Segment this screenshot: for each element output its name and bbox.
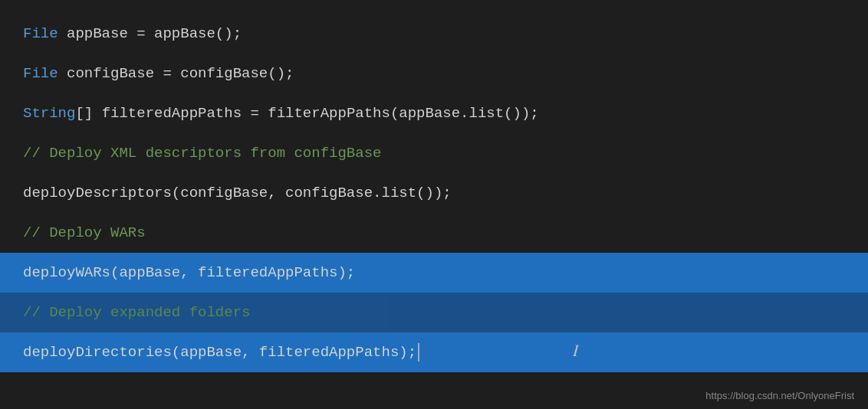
comment-3: // Deploy expanded folders <box>23 293 250 332</box>
code-line-4: // Deploy XML descriptors from configBas… <box>0 133 868 173</box>
watermark: https://blog.csdn.net/OnlyoneFrist <box>705 390 854 401</box>
comment-2: // Deploy WARs <box>23 213 146 253</box>
code-line-1: File appBase = appBase(); <box>0 14 868 54</box>
code-text-1: appBase = appBase(); <box>58 14 242 54</box>
comment-1: // Deploy XML descriptors from configBas… <box>23 133 381 173</box>
code-text-9: deployDirectories(appBase, filteredAppPa… <box>23 332 416 372</box>
keyword-string: String <box>23 93 75 133</box>
i-cursor-icon: 𝐼 <box>573 332 578 372</box>
code-text-7: deployWARs(appBase, filteredAppPaths); <box>23 253 355 293</box>
code-text-2: configBase = configBase(); <box>58 54 294 93</box>
code-text-3: [] filteredAppPaths = filterAppPaths(app… <box>75 93 538 133</box>
code-line-5: deployDescriptors(configBase, configBase… <box>0 173 868 213</box>
keyword-file-2: File <box>23 54 58 93</box>
code-line-7: deployWARs(appBase, filteredAppPaths); <box>0 253 868 293</box>
code-line-9: deployDirectories(appBase, filteredAppPa… <box>0 332 868 372</box>
code-text-5: deployDescriptors(configBase, configBase… <box>23 173 452 213</box>
watermark-url: https://blog.csdn.net/OnlyoneFrist <box>705 390 854 401</box>
code-line-3: String [] filteredAppPaths = filterAppPa… <box>0 93 868 133</box>
code-line-6: // Deploy WARs <box>0 213 868 253</box>
text-cursor <box>418 343 419 362</box>
code-line-8: // Deploy expanded folders <box>0 293 868 332</box>
code-line-2: File configBase = configBase(); <box>0 54 868 93</box>
code-editor: File appBase = appBase(); File configBas… <box>0 0 868 409</box>
keyword-file-1: File <box>23 14 58 54</box>
